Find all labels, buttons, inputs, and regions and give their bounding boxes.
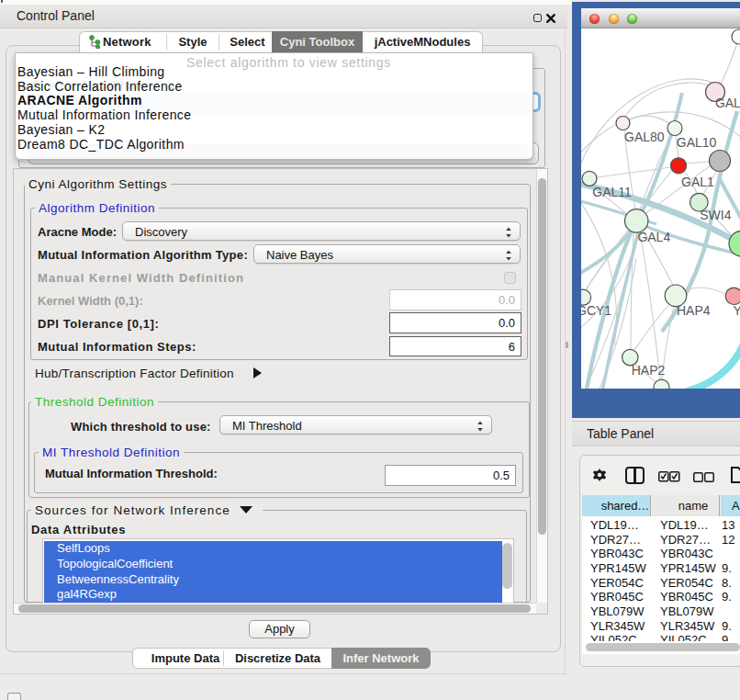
svg-text:GAL80: GAL80 bbox=[624, 130, 665, 144]
svg-text:HAP2: HAP2 bbox=[632, 363, 666, 378]
svg-text:GAL10: GAL10 bbox=[677, 135, 717, 150]
svg-text:GAL4: GAL4 bbox=[637, 230, 670, 244]
svg-text:SWI4: SWI4 bbox=[700, 208, 731, 222]
svg-text:GCY1: GCY1 bbox=[581, 303, 611, 318]
svg-text:GAL2: GAL2 bbox=[715, 96, 740, 110]
svg-text:GAL1: GAL1 bbox=[681, 175, 714, 189]
svg-text:GAL11: GAL11 bbox=[592, 185, 632, 199]
svg-text:HAP4: HAP4 bbox=[677, 303, 711, 318]
svg-text:YM: YM bbox=[734, 303, 740, 318]
